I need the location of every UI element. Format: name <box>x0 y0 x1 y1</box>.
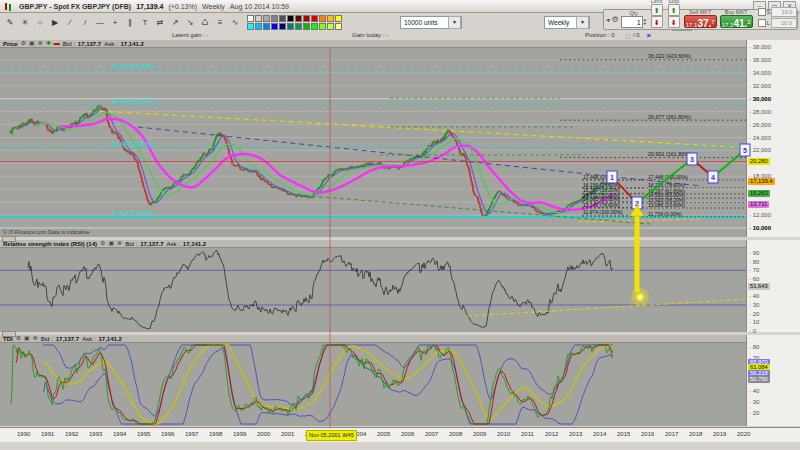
color-swatch[interactable] <box>327 23 334 30</box>
color-swatch[interactable] <box>303 15 310 22</box>
year-label: 1992 <box>65 431 78 437</box>
price-panel-title: Price <box>3 41 18 47</box>
year-label: 1997 <box>185 431 198 437</box>
axis-tick-label: - 40 <box>749 293 759 299</box>
color-swatch[interactable] <box>247 23 254 30</box>
delete-tool-icon[interactable]: ♺ <box>198 15 212 30</box>
color-swatch[interactable] <box>295 15 302 22</box>
close-icon[interactable]: ⊗ <box>38 40 43 47</box>
color-swatch[interactable] <box>327 15 334 22</box>
instrument-title: GBPJPY - Spot FX GBPJPY (DFB) <box>19 3 131 10</box>
compare-tool-icon[interactable]: ⇄ <box>153 15 167 30</box>
wrench-icon[interactable]: ⚙ <box>16 335 21 342</box>
year-label: 1998 <box>209 431 222 437</box>
zoom-in-icon[interactable]: ✚ <box>46 40 51 47</box>
wrench-icon[interactable]: ⚙ <box>21 40 26 47</box>
color-swatch[interactable] <box>255 23 262 30</box>
limit-buy-button[interactable]: ⬆ <box>651 4 663 16</box>
splitter-handle[interactable] <box>2 236 16 242</box>
axis-tick-label: - 10 <box>749 319 759 325</box>
axis-tick-label: - 12,000 <box>749 212 771 218</box>
limit-distance-stepper[interactable]: 10.0 <box>771 18 797 28</box>
tdi-plot[interactable] <box>0 335 746 426</box>
stop-buy-button[interactable]: ⬆ <box>668 4 680 16</box>
qty-input[interactable] <box>621 16 643 28</box>
close-icon[interactable]: ⊗ <box>117 240 122 247</box>
text-tool-icon[interactable]: T <box>138 15 152 30</box>
color-swatch[interactable] <box>335 23 342 30</box>
segment-tool-icon[interactable]: / <box>78 15 92 30</box>
color-swatch[interactable] <box>311 15 318 22</box>
units-select[interactable]: 10000 units ▾ <box>400 16 462 29</box>
window-icon[interactable]: ▣ <box>108 240 114 247</box>
color-swatch[interactable] <box>247 15 254 22</box>
qty-spinner[interactable]: ▲▼ <box>643 18 647 26</box>
close-icon[interactable]: ⊗ <box>33 335 38 342</box>
window-icon[interactable]: ▣ <box>29 40 35 47</box>
color-swatch[interactable] <box>279 15 286 22</box>
color-swatch[interactable] <box>319 15 326 22</box>
stop-group: Stop ⬆ ⬇ <box>667 0 681 28</box>
chevron-down-icon[interactable]: ▾ <box>576 16 589 29</box>
vertical-line-tool-icon[interactable]: + <box>108 15 122 30</box>
color-swatch[interactable] <box>303 23 310 30</box>
color-swatch[interactable] <box>335 15 342 22</box>
point-tool-icon[interactable]: ∕ <box>63 15 77 30</box>
levels-tool-icon[interactable]: ≡ <box>213 15 227 30</box>
attach-stop-checkbox[interactable] <box>758 8 766 16</box>
sell-market-button[interactable]: 17,137.7 <box>684 15 717 28</box>
buy-market-button[interactable]: 17,141.2 <box>720 15 753 28</box>
year-label: 2014 <box>593 431 606 437</box>
axis-tick-label: - 70 <box>749 267 759 273</box>
wrench-icon[interactable]: ⚙ <box>100 240 105 247</box>
color-swatch[interactable] <box>295 23 302 30</box>
quantity-stepper[interactable]: ▲▼ <box>621 16 647 28</box>
horizontal-line-tool-icon[interactable]: — <box>93 15 107 30</box>
axis-tick-label: - 30,000 <box>749 96 771 102</box>
timeframe-select[interactable]: Weekly ▾ <box>544 16 590 29</box>
color-swatch[interactable] <box>263 15 270 22</box>
zigzag-tool-icon[interactable]: ∿ <box>228 15 242 30</box>
channel-tool-icon[interactable]: ∥ <box>123 15 137 30</box>
year-label: 2001 <box>281 431 294 437</box>
color-swatch[interactable] <box>263 23 270 30</box>
axis-tick-label: - 30 <box>749 302 759 308</box>
collapse-ticket-icon[interactable]: ◂ <box>606 16 610 24</box>
chevron-down-icon[interactable]: ▾ <box>448 16 461 29</box>
attach-limit-checkbox[interactable] <box>758 19 766 27</box>
axis-tick-label: - 20 <box>749 410 759 416</box>
highlight-tool-icon[interactable]: ✳ <box>18 15 32 30</box>
axis-value-tag: 50.750 <box>748 376 770 383</box>
color-swatch[interactable] <box>311 23 318 30</box>
year-label: 1993 <box>89 431 102 437</box>
axis-tick-label: - 20 <box>749 311 759 317</box>
color-swatch[interactable] <box>271 15 278 22</box>
arrow-up-tool-icon[interactable]: ↗ <box>168 15 182 30</box>
color-swatch[interactable] <box>287 23 294 30</box>
color-swatch[interactable] <box>319 23 326 30</box>
rsi-plot[interactable] <box>0 240 746 332</box>
zoom-tool-icon[interactable]: ○ <box>33 15 47 30</box>
color-swatch[interactable] <box>287 15 294 22</box>
ticket-settings-icon[interactable]: ⚙ <box>612 15 619 24</box>
stop-distance-stepper[interactable]: 10.0 <box>771 7 797 17</box>
splitter-handle[interactable] <box>2 331 16 337</box>
year-label: 2006 <box>401 431 414 437</box>
ask-value: 17,141.2 <box>121 41 144 47</box>
attach-stop-label: S <box>767 9 771 15</box>
arrow-down-tool-icon[interactable]: ↘ <box>183 15 197 30</box>
attach-limit-label: L <box>767 20 770 26</box>
pencil-tool-icon[interactable]: ✎ <box>3 15 17 30</box>
limit-sell-button[interactable]: ⬇ <box>651 16 663 28</box>
color-swatch[interactable] <box>255 15 262 22</box>
axis-tick-label: - 90 <box>749 250 759 256</box>
zoom-out-icon[interactable]: ▬ <box>54 40 60 47</box>
color-swatch[interactable] <box>279 23 286 30</box>
window-icon[interactable]: ▣ <box>24 335 30 342</box>
stop-sell-button[interactable]: ⬇ <box>668 16 680 28</box>
color-swatch[interactable] <box>271 23 278 30</box>
year-label: 2005 <box>377 431 390 437</box>
cursor-tool-icon[interactable]: ▶ <box>48 15 62 30</box>
year-label: 2009 <box>473 431 486 437</box>
price-chart-plot[interactable] <box>0 40 746 237</box>
